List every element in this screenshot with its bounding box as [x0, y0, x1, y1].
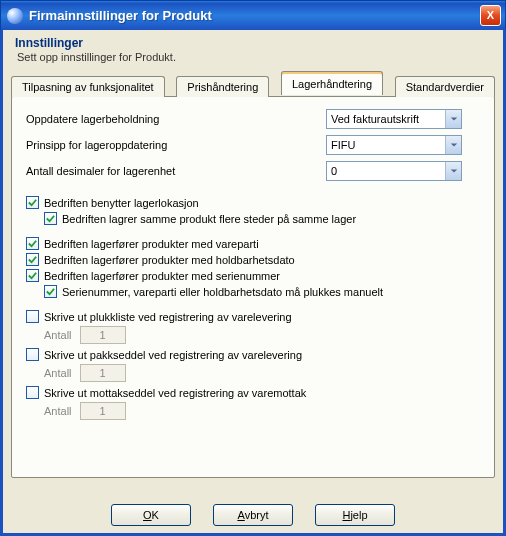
- checkbox-print-pick[interactable]: [26, 310, 39, 323]
- combo-decimals[interactable]: 0: [326, 161, 462, 181]
- checkbox-label: Bedriften lagerfører produkter med varep…: [44, 238, 259, 250]
- heading: Innstillinger Sett opp innstillinger for…: [3, 36, 503, 71]
- combo-value: Ved fakturautskrift: [331, 113, 419, 125]
- cancel-button[interactable]: Avbryt: [213, 504, 293, 526]
- chevron-down-icon: [445, 136, 461, 154]
- qty-input-recv: 1: [80, 402, 126, 420]
- cancel-accel: A: [237, 509, 244, 521]
- help-button[interactable]: Hjelp: [315, 504, 395, 526]
- checkbox-label: Serienummer, vareparti eller holdbarhets…: [62, 286, 383, 298]
- close-button[interactable]: X: [480, 5, 501, 26]
- combo-value: 0: [331, 165, 337, 177]
- checkbox-print-pack[interactable]: [26, 348, 39, 361]
- tab-tilpasning[interactable]: Tilpasning av funksjonalitet: [11, 76, 165, 97]
- help-rest: jelp: [350, 509, 367, 521]
- checkbox-label: Bedriften lagerfører produkter med serie…: [44, 270, 280, 282]
- qty-input-pack: 1: [80, 364, 126, 382]
- checkbox-same-product-multi[interactable]: [44, 212, 57, 225]
- app-icon: [7, 8, 23, 24]
- checkbox-label: Bedriften lagerfører produkter med holdb…: [44, 254, 295, 266]
- tabpanel-lagerhandtering: Oppdatere lagerbeholdning Ved fakturauts…: [11, 96, 495, 478]
- tab-label: Tilpasning av funksjonalitet: [22, 81, 154, 93]
- checkbox-manual-pick[interactable]: [44, 285, 57, 298]
- footer: OK Avbryt Hjelp: [3, 497, 503, 533]
- ok-accel: O: [143, 509, 152, 521]
- chevron-down-icon: [445, 162, 461, 180]
- heading-subtitle: Sett opp innstillinger for Produkt.: [17, 51, 491, 63]
- checkbox-label: Skrive ut pakkseddel ved registrering av…: [44, 349, 302, 361]
- checkbox-expiry[interactable]: [26, 253, 39, 266]
- checkbox-label: Skrive ut plukkliste ved registrering av…: [44, 311, 292, 323]
- cancel-rest: vbryt: [245, 509, 269, 521]
- ok-rest: K: [152, 509, 159, 521]
- tab-label: Standardverdier: [406, 81, 484, 93]
- checkbox-batch[interactable]: [26, 237, 39, 250]
- ok-button[interactable]: OK: [111, 504, 191, 526]
- tab-label: Lagerhåndtering: [292, 78, 372, 90]
- label-update-principle: Prinsipp for lageroppdatering: [26, 139, 326, 151]
- qty-label-pack: Antall: [44, 367, 72, 379]
- checkbox-print-recv[interactable]: [26, 386, 39, 399]
- checkbox-label: Skrive ut mottakseddel ved registrering …: [44, 387, 306, 399]
- tab-prishandtering[interactable]: Prishåndtering: [176, 76, 269, 97]
- tab-label: Prishåndtering: [187, 81, 258, 93]
- qty-label-recv: Antall: [44, 405, 72, 417]
- label-update-stock: Oppdatere lagerbeholdning: [26, 113, 326, 125]
- combo-update-stock[interactable]: Ved fakturautskrift: [326, 109, 462, 129]
- combo-value: FIFU: [331, 139, 355, 151]
- chevron-down-icon: [445, 110, 461, 128]
- checkbox-uses-location[interactable]: [26, 196, 39, 209]
- window-body: Innstillinger Sett opp innstillinger for…: [0, 30, 506, 536]
- checkbox-serial[interactable]: [26, 269, 39, 282]
- tabbar: Tilpasning av funksjonalitet Prishåndter…: [3, 71, 503, 95]
- titlebar: Firmainnstillinger for Produkt X: [0, 0, 506, 30]
- checkbox-label: Bedriften lagrer samme produkt flere ste…: [62, 213, 356, 225]
- qty-input-pick: 1: [80, 326, 126, 344]
- tab-lagerhandtering[interactable]: Lagerhåndtering: [281, 71, 383, 95]
- heading-title: Innstillinger: [15, 36, 491, 50]
- label-decimals: Antall desimaler for lagerenhet: [26, 165, 326, 177]
- window-title: Firmainnstillinger for Produkt: [29, 8, 480, 23]
- combo-update-principle[interactable]: FIFU: [326, 135, 462, 155]
- qty-label-pick: Antall: [44, 329, 72, 341]
- tab-standardverdier[interactable]: Standardverdier: [395, 76, 495, 97]
- checkbox-label: Bedriften benytter lagerlokasjon: [44, 197, 199, 209]
